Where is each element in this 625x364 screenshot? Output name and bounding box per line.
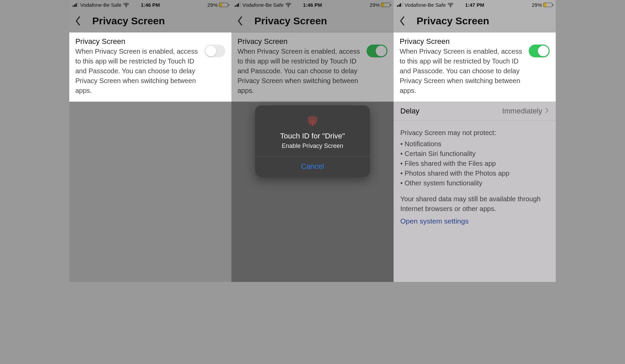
setting-title: Privacy Screen: [400, 37, 524, 46]
cancel-button[interactable]: Cancel: [255, 157, 370, 177]
delay-row[interactable]: Delay Immediately: [394, 102, 556, 121]
status-time: 1:46 PM: [141, 2, 160, 8]
signal-icon: [235, 3, 241, 7]
info-item: Photos shared with the Photos app: [400, 168, 549, 178]
battery-icon: [381, 3, 390, 7]
screen-2: Vodafone-Be Safe 1:46 PM 29% Privacy Scr…: [231, 0, 394, 282]
delay-label: Delay: [400, 107, 419, 115]
screen-3: Vodafone-Be Safe 1:47 PM 29% Privacy Scr…: [394, 0, 556, 282]
info-item: Files shared with the Files app: [400, 159, 549, 168]
delay-value: Immediately: [502, 107, 542, 115]
info-heading: Privacy Screen may not protect:: [400, 128, 549, 138]
info-list: Notifications Certain Siri functionality…: [400, 139, 549, 188]
info-item: Other system functionality: [400, 178, 549, 188]
back-button[interactable]: [238, 16, 244, 26]
page-title: Privacy Screen: [254, 15, 327, 27]
back-button[interactable]: [75, 16, 82, 26]
status-bar: Vodafone-Be Safe 1:46 PM 29%: [69, 0, 231, 9]
battery-percent: 29%: [207, 2, 218, 8]
privacy-screen-setting: Privacy Screen When Privacy Screen is en…: [394, 32, 556, 102]
chevron-right-icon: [545, 107, 549, 115]
privacy-screen-setting: Privacy Screen When Privacy Screen is en…: [69, 32, 231, 102]
touch-id-modal: Touch ID for "Drive" Enable Privacy Scre…: [255, 105, 370, 177]
info-item: Notifications: [400, 139, 549, 149]
status-time: 1:47 PM: [465, 2, 484, 8]
setting-title: Privacy Screen: [75, 37, 200, 46]
page-title: Privacy Screen: [417, 15, 489, 27]
privacy-screen-toggle[interactable]: [529, 45, 550, 57]
privacy-screen-toggle[interactable]: [204, 45, 225, 57]
privacy-screen-setting: Privacy Screen When Privacy Screen is en…: [231, 32, 394, 102]
signal-icon: [73, 3, 78, 7]
signal-icon: [397, 3, 403, 7]
privacy-screen-toggle[interactable]: [367, 45, 388, 57]
screen-1: Vodafone-Be Safe 1:46 PM 29% Privacy Scr…: [69, 0, 231, 282]
info-footer: Your shared data may still be available …: [400, 194, 549, 214]
status-bar: Vodafone-Be Safe 1:47 PM 29%: [394, 0, 556, 9]
battery-percent: 29%: [532, 2, 542, 8]
empty-area: [69, 102, 231, 282]
wifi-icon: [285, 3, 291, 7]
carrier-label: Vodafone-Be Safe: [243, 2, 284, 8]
open-system-settings-link[interactable]: Open system settings: [394, 217, 556, 231]
setting-description: When Privacy Screen is enabled, access t…: [400, 47, 524, 96]
setting-description: When Privacy Screen is enabled, access t…: [238, 47, 362, 96]
setting-description: When Privacy Screen is enabled, access t…: [75, 47, 200, 96]
modal-title: Touch ID for "Drive": [255, 132, 370, 142]
battery-icon: [543, 3, 552, 7]
status-bar: Vodafone-Be Safe 1:46 PM 29%: [231, 0, 394, 9]
nav-bar: Privacy Screen: [69, 9, 231, 32]
wifi-icon: [448, 3, 453, 7]
nav-bar: Privacy Screen: [231, 9, 394, 32]
battery-percent: 29%: [370, 2, 380, 8]
status-time: 1:46 PM: [303, 2, 322, 8]
back-button[interactable]: [400, 16, 406, 26]
setting-title: Privacy Screen: [238, 37, 362, 46]
wifi-icon: [123, 3, 129, 7]
nav-bar: Privacy Screen: [394, 9, 556, 32]
info-block: Privacy Screen may not protect: Notifica…: [394, 121, 556, 217]
battery-icon: [219, 3, 228, 7]
info-item: Certain Siri functionality: [400, 149, 549, 159]
modal-subtitle: Enable Privacy Screen: [255, 142, 370, 156]
fingerprint-icon: [305, 113, 320, 128]
carrier-label: Vodafone-Be Safe: [405, 2, 446, 8]
carrier-label: Vodafone-Be Safe: [80, 2, 122, 8]
page-title: Privacy Screen: [92, 15, 165, 27]
